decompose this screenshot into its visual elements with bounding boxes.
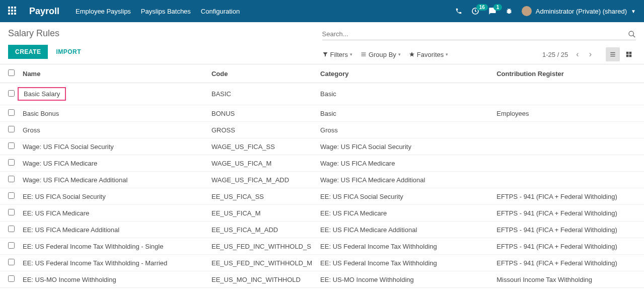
search-icon[interactable] [628,30,636,38]
cell-category: EE: US FICA Medicare Additional [316,222,492,238]
groupby-button[interactable]: Group By ▾ [361,51,401,58]
cell-contribution [492,122,644,138]
cell-contribution: EFTPS - 941 (FICA + Federal Witholding) [492,188,644,205]
row-checkbox[interactable] [8,259,15,265]
caret-down-icon: ▾ [350,52,352,57]
table-row[interactable]: Wage: US FICA MedicareWAGE_US_FICA_MWage… [0,155,644,172]
column-header-code[interactable]: Code [207,64,316,83]
cell-contribution: EFTPS - 941 (FICA + Federal Witholding) [492,205,644,222]
app-brand[interactable]: Payroll [29,6,59,17]
caret-down-icon: ▾ [446,52,448,57]
table-row[interactable]: Basic SalaryBASICBasic [0,83,644,105]
cell-name: EE: US FICA Medicare Additional [19,222,207,238]
favorites-button[interactable]: Favorites ▾ [409,51,448,58]
cell-code: EE_US_FED_INC_WITHHOLD_S [207,238,316,255]
cell-code: EE_US_FICA_SS [207,188,316,205]
activity-badge: 16 [476,4,488,11]
caret-down-icon: ▼ [631,9,636,14]
avatar-icon [522,6,532,16]
table-row[interactable]: Wage: US FICA Social SecurityWAGE_US_FIC… [0,138,644,155]
star-icon [409,51,415,57]
cell-name: EE: US FICA Social Security [19,188,207,205]
row-checkbox[interactable] [8,90,15,97]
control-panel: Salary Rules CREATE IMPORT Filters ▾ Gro… [0,22,644,64]
user-label: Administrator (Private) (shared) [536,8,627,15]
column-header-contribution[interactable]: Contribution Register [492,64,644,83]
pager-counter[interactable]: 1-25 / 25 [542,51,568,58]
table-row[interactable]: EE: US-MO Income WithholdingEE_US_MO_INC… [0,271,644,288]
grid-icon [625,51,632,58]
row-checkbox[interactable] [8,176,15,182]
cell-contribution: EFTPS - 941 (FICA + Federal Witholding) [492,222,644,238]
nav-link-payslips[interactable]: Employee Payslips [76,8,131,15]
table-row[interactable]: Basic BonusBONUSBasicEmployees [0,105,644,122]
cell-code: EE_US_FED_INC_WITHHOLD_M [207,255,316,271]
cell-code: WAGE_US_FICA_SS [207,138,316,155]
cell-category: Wage: US FICA Medicare Additional [316,172,492,188]
cell-category: Gross [316,122,492,138]
column-header-name[interactable]: Name [19,64,207,83]
search-input[interactable] [322,28,628,40]
cell-category: EE: US Federal Income Tax Withholding [316,255,492,271]
nav-link-configuration[interactable]: Configuration [201,8,240,15]
table-row[interactable]: EE: US Federal Income Tax Withholding - … [0,255,644,271]
cell-category: Wage: US FICA Social Security [316,138,492,155]
list-view-button[interactable] [606,47,620,61]
select-all-checkbox[interactable] [8,69,15,76]
navbar-right: 16 1 Administrator (Private) (shared) ▼ [455,6,636,16]
row-checkbox[interactable] [8,209,15,215]
cell-code: GROSS [207,122,316,138]
table-row[interactable]: Wage: US FICA Medicare AdditionalWAGE_US… [0,172,644,188]
row-checkbox[interactable] [8,126,15,132]
messaging-icon[interactable]: 1 [488,7,496,15]
cell-name: Basic Salary [19,83,207,105]
row-checkbox[interactable] [8,159,15,166]
column-header-category[interactable]: Category [316,64,492,83]
cell-code: BASIC [207,83,316,105]
cell-category: Wage: US FICA Medicare [316,155,492,172]
svg-rect-9 [626,52,629,54]
main-navbar: Payroll Employee Payslips Payslips Batch… [0,0,644,22]
cell-name: EE: US Federal Income Tax Withholding - … [19,238,207,255]
funnel-icon [322,51,328,57]
row-checkbox[interactable] [8,242,15,249]
cell-name: Wage: US FICA Social Security [19,138,207,155]
cell-contribution: EFTPS - 941 (FICA + Federal Witholding) [492,238,644,255]
cell-contribution [492,138,644,155]
apps-menu-icon[interactable] [8,7,17,16]
row-checkbox[interactable] [8,226,15,232]
table-row[interactable]: EE: US FICA Medicare AdditionalEE_US_FIC… [0,222,644,238]
pager-prev[interactable]: ‹ [574,50,581,59]
row-checkbox[interactable] [8,142,15,149]
filters-button[interactable]: Filters ▾ [322,51,352,58]
debug-icon[interactable] [506,8,513,15]
cell-contribution: Missouri Income Tax Withholding [492,271,644,288]
svg-point-1 [629,31,633,36]
import-button[interactable]: IMPORT [52,45,85,59]
user-menu[interactable]: Administrator (Private) (shared) ▼ [522,6,636,16]
svg-rect-11 [626,55,629,57]
row-checkbox[interactable] [8,192,15,199]
cell-code: EE_US_MO_INC_WITHHOLD [207,271,316,288]
cell-name: EE: US Federal Income Tax Withholding - … [19,255,207,271]
row-checkbox[interactable] [8,275,15,282]
row-checkbox[interactable] [8,109,15,116]
table-row[interactable]: EE: US FICA MedicareEE_US_FICA_MEE: US F… [0,205,644,222]
cell-contribution: EFTPS - 941 (FICA + Federal Witholding) [492,255,644,271]
activity-icon[interactable]: 16 [471,7,479,15]
table-row[interactable]: GrossGROSSGross [0,122,644,138]
nav-links: Employee Payslips Payslips Batches Confi… [76,8,455,15]
phone-icon[interactable] [455,8,462,15]
kanban-view-button[interactable] [622,47,636,61]
cell-contribution [492,155,644,172]
list-icon [361,51,367,57]
nav-link-batches[interactable]: Payslips Batches [141,8,191,15]
create-button[interactable]: CREATE [8,45,48,59]
cell-category: EE: US-MO Income Withholding [316,271,492,288]
table-row[interactable]: EE: US Federal Income Tax Withholding - … [0,238,644,255]
pager-next[interactable]: › [587,50,594,59]
cell-code: BONUS [207,105,316,122]
cell-name: Wage: US FICA Medicare Additional [19,172,207,188]
cell-name: Gross [19,122,207,138]
table-row[interactable]: EE: US FICA Social SecurityEE_US_FICA_SS… [0,188,644,205]
